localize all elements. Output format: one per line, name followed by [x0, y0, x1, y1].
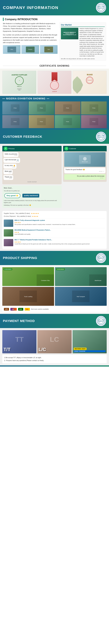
chat-avatar: P — [4, 147, 8, 150]
cert-text-2: 认证证书 — [38, 91, 71, 92]
chat-right-full: C Customer Microscope Thanks the good fe… — [63, 146, 107, 182]
shipping-logo: HEALCOM MEDICAL — [96, 253, 106, 263]
payment-logo: HEALCOM MEDICAL — [96, 316, 106, 326]
dash-right — [47, 98, 49, 99]
payment-title: PAYMENT METHOD — [3, 319, 35, 323]
svg-text:Photo: Photo — [14, 121, 17, 122]
review-item-1: HBH-11 Trolly ultrasound diagnostic syst… — [4, 218, 105, 228]
review-title-1: HBH-11 Trolly ultrasound diagnostic syst… — [14, 220, 105, 221]
ontime-row: On-time Shipment: Very satisfied (4 star… — [4, 215, 105, 218]
i-dont-text: I don't know about medical products. Now… — [4, 200, 60, 204]
intro-heading: Company INTRODUCTION — [3, 18, 106, 21]
cert-title-3: 营业执照 — [86, 74, 93, 76]
review-text-2: HM-2000E Medical Equipment 6 Parameters … — [14, 229, 105, 236]
svg-text:Warehouse: Warehouse — [95, 280, 101, 281]
svg-text:MEDICAL: MEDICAL — [99, 137, 103, 138]
lc-label: L/C — [39, 347, 46, 352]
heading-bar — [3, 18, 4, 21]
review-item-3: HM-7 7'' Medical Hospital Portable Ambul… — [4, 238, 105, 248]
mt-logo: MONEY TRANSFER — [74, 350, 105, 352]
svg-text:Truck Loading: Truck Loading — [24, 296, 32, 297]
service-value: Very satisfied (5 stars) — [16, 212, 30, 214]
msg-recv-1: I got microscope 🔬 12:06 — [4, 158, 20, 163]
cert-seal — [50, 81, 59, 90]
msg-photo-ask: Do you take a photo about the microscope — [65, 175, 104, 177]
chat-header-bar-right: C Customer — [63, 146, 107, 151]
svg-text:Microscope: Microscope — [82, 161, 88, 162]
shipping-logos-row: UPS FedEx EMS DHL And more carriers avai… — [2, 306, 107, 312]
ems-text: EMS — [19, 308, 22, 310]
review-title-2: HM-2000E Medical Equipment 6 Parameters … — [14, 229, 105, 231]
ontime-value: Very satisfied (4 stars) — [17, 216, 31, 217]
company-logo: HEALCOM MEDICAL — [96, 2, 106, 13]
cert-badge: ✓ — [15, 76, 24, 85]
audited-title: AUDITED SUPPLIER — [12, 74, 27, 76]
our-market-title: Our Market — [61, 24, 105, 27]
cert-image-3: 营业执照 营业执照 — [73, 71, 107, 94]
payment-content: TT T/T LC L/C — [0, 328, 109, 366]
exhibition-img-7: Photo — [55, 115, 80, 128]
ems-logo: EMS — [18, 308, 24, 311]
exhibition-img-5: Photo — [2, 115, 28, 128]
msg-time-5: 12:07 — [5, 178, 12, 179]
you-will-text: You will see it is perfect out. — [4, 190, 60, 192]
payment-note-1: 1.We accept T/T ,Alipay or irrecoverable… — [4, 356, 105, 359]
bottom-decoration — [0, 366, 109, 366]
cert-seal-3: 营业执照 — [86, 76, 93, 84]
shipping-header: PRODUCT SHIPPING HEALCOM MEDICAL — [0, 251, 109, 265]
svg-text:Photo: Photo — [40, 108, 43, 109]
nigeria-title-text: NIGERIA EXHIBITION SHOWING — [6, 97, 46, 100]
device-image-3 — [4, 239, 13, 246]
msg-text-2: Is very nice 👍 — [5, 164, 15, 166]
shipping-logo-inner: HEALCOM MEDICAL — [97, 254, 105, 262]
wool-text: Wool, Good... — [4, 187, 60, 189]
chat-section: P Princess Hello my princess 12:06 I got… — [2, 146, 107, 209]
msg-text-greeting: Hello my princess — [5, 153, 17, 155]
exhibition-img-2: Photo — [29, 102, 54, 114]
intro-title: Company INTRODUCTION — [5, 18, 38, 21]
svg-text:Photo: Photo — [40, 121, 43, 122]
company-name-text: 南京海立医疗器械有限公司Nanjing HealcomMedical Equip… — [63, 32, 76, 35]
offer-text: We offer not only products, but also our… — [61, 58, 105, 60]
intro-para2: Our number one priority is customer sati… — [3, 34, 58, 44]
svg-text:HEALCOM: HEALCOM — [98, 135, 104, 136]
our-market-block: Our Market 南京海立医疗器械有限公司Nanjing HealcomMe… — [60, 22, 106, 61]
msg-time-r2: 07:31 ✓ — [65, 177, 104, 179]
payment-img-lc: LC L/C — [37, 330, 71, 353]
msg-time-4: 12:07 — [5, 172, 12, 174]
shipping-img-3: Truck Loading — [2, 287, 54, 306]
chat-image-msg: Microscope — [64, 152, 105, 167]
review-body-3: I would like to thank you for the good c… — [14, 243, 105, 245]
svg-text:TT: TT — [15, 336, 24, 343]
payment-img-wu: WESTERN UNION MONEY TRANSFER — [72, 330, 107, 353]
svg-text:Photo: Photo — [92, 108, 95, 109]
western-union-box: WESTERN UNION MONEY TRANSFER — [74, 347, 105, 352]
msg-text-4: Thank you — [5, 176, 12, 178]
svg-text:HEALCOM: HEALCOM — [98, 6, 104, 8]
chat-ui-left: P Princess Hello my princess 12:06 I got… — [2, 146, 62, 184]
svg-text:Products: Products — [28, 49, 32, 50]
msg-time-2: 12:06 — [5, 161, 19, 162]
fedex-ex: Ex — [14, 308, 16, 310]
supplier-info: Supplier Service: Very satisfied (5 star… — [2, 211, 107, 249]
evergreen-logo-2: EVERGREEN — [56, 268, 65, 270]
dhl-logo: DHL — [25, 308, 30, 311]
svg-text:Container Ship: Container Ship — [41, 280, 50, 281]
nigeria-section: NIGERIA EXHIBITION SHOWING Photo Photo P… — [0, 96, 109, 130]
feedback-header: CUSTOMER FEEDBACK HEALCOM MEDICAL — [0, 130, 109, 144]
msg-recv-greeting: Hello my princess 12:06 — [4, 152, 19, 157]
page-title: COMPANY INFORMATION — [3, 5, 58, 10]
exhibition-grid: Photo Photo Photo Photo Photo Photo Phot… — [2, 102, 107, 128]
msg-row-r2: Do you take a photo about the microscope… — [64, 174, 105, 180]
exhibition-img-3: Photo — [55, 102, 80, 114]
msg-thanks: Thanks the good feedback 😊 — [65, 168, 104, 171]
shipping-img-4: Rail Transport — [55, 287, 107, 306]
cert-section-title: CERTIFICATE SHOWING — [38, 64, 71, 67]
exhibition-img-6: Photo — [29, 115, 54, 128]
exhibition-img-8: Photo — [81, 115, 107, 128]
review-stars-2: ★★★ — [14, 231, 105, 233]
payment-notes: 1.We accept T/T ,Alipay or irrecoverable… — [2, 355, 107, 364]
feedback-content: P Princess Hello my princess 12:06 I got… — [0, 144, 109, 251]
intro-image-3: Team — [40, 45, 58, 54]
ontime-stars: ★★★★ — [32, 215, 38, 218]
